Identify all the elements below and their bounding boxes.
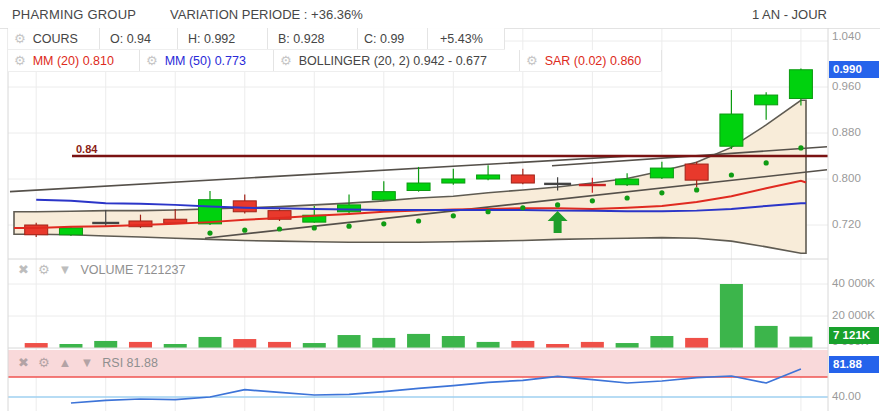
- volume-bar[interactable]: [338, 335, 361, 348]
- candle-body[interactable]: [233, 201, 256, 212]
- sar-dot: [555, 202, 560, 207]
- volume-bar[interactable]: [268, 342, 291, 348]
- gear-icon[interactable]: ⚙: [38, 262, 50, 277]
- current-volume-badge: 7 121K: [829, 327, 879, 344]
- rsi-label: RSI 81.88: [102, 356, 158, 370]
- title-bar: PHARMING GROUP VARIATION PERIODE : +36.3…: [0, 0, 880, 28]
- candle-body[interactable]: [59, 228, 82, 235]
- sar-dot: [416, 218, 421, 223]
- volume-bar[interactable]: [755, 326, 778, 348]
- sar-dot: [590, 198, 595, 203]
- close-icon[interactable]: ✖: [18, 355, 29, 370]
- volume-bar[interactable]: [685, 338, 708, 348]
- sar-dot: [764, 160, 769, 165]
- indicator-row: ⚙ MM (20) 0.810 ⚙ MM (50) 0.773 ⚙ BOLLIN…: [8, 50, 662, 72]
- volume-bar[interactable]: [164, 344, 187, 348]
- price-tick: 0.800: [832, 172, 861, 184]
- gear-icon[interactable]: ⚙: [146, 53, 158, 68]
- volume-bar[interactable]: [199, 337, 222, 348]
- gear-icon[interactable]: ⚙: [280, 53, 292, 68]
- volume-bar[interactable]: [94, 341, 117, 348]
- candle-body[interactable]: [477, 175, 500, 179]
- rsi-header: ✖ ⚙ ▲ ▼ RSI 81.88: [18, 355, 158, 370]
- candle-body[interactable]: [442, 179, 465, 183]
- volume-bar[interactable]: [372, 338, 395, 348]
- candle-body[interactable]: [338, 205, 361, 212]
- volume-bar[interactable]: [407, 334, 430, 348]
- sar-dot: [485, 209, 490, 214]
- rsi-tick: 40.00: [832, 390, 861, 402]
- sar-dot: [798, 145, 803, 150]
- sar-label: SAR (0.02) 0.860: [545, 54, 642, 68]
- current-rsi-badge: 81.88: [829, 356, 879, 373]
- sar-dot: [277, 226, 282, 231]
- volume-bar[interactable]: [650, 336, 673, 348]
- price-tick: 1.040: [832, 30, 861, 42]
- price-tick: 0.880: [832, 126, 861, 138]
- sar-dot: [625, 195, 630, 200]
- sar-dot: [381, 221, 386, 226]
- sar-dot: [207, 230, 212, 235]
- sar-dot: [694, 187, 699, 192]
- volume-bar[interactable]: [511, 341, 534, 348]
- arrow-down-icon[interactable]: ▼: [80, 355, 93, 370]
- volume-bar[interactable]: [546, 344, 569, 348]
- current-price-badge: 0.990: [829, 61, 879, 78]
- trendline: [10, 156, 632, 192]
- arrow-up-icon[interactable]: ▲: [59, 355, 72, 370]
- sar-dot: [242, 228, 247, 233]
- volume-tick: 40 000K: [832, 277, 875, 289]
- volume-bar[interactable]: [59, 344, 82, 348]
- volume-tick: 20 000K: [832, 309, 875, 321]
- sar-dot: [451, 213, 456, 218]
- candle-body[interactable]: [25, 225, 48, 235]
- volume-bar[interactable]: [25, 343, 48, 348]
- candle-body[interactable]: [616, 179, 639, 185]
- bollinger-label: BOLLINGER (20, 2) 0.942 - 0.677: [299, 54, 487, 68]
- gear-icon[interactable]: ⚙: [526, 53, 538, 68]
- sar-dot: [520, 205, 525, 210]
- volume-bar[interactable]: [129, 342, 152, 348]
- sar-dot: [346, 224, 351, 229]
- volume-bar[interactable]: [789, 337, 812, 348]
- trading-chart-widget: PHARMING GROUP VARIATION PERIODE : +36.3…: [0, 0, 880, 411]
- quote-row: ⚙ COURS O: 0.94 H: 0.992 B: 0.928 C: 0.9…: [8, 28, 505, 50]
- low-value: B: 0.928: [278, 32, 325, 46]
- mm50-label: MM (50) 0.773: [165, 54, 246, 68]
- gear-icon[interactable]: ⚙: [14, 31, 26, 46]
- sar-dot: [729, 172, 734, 177]
- candle-body[interactable]: [789, 70, 812, 99]
- sar-dot: [312, 225, 317, 230]
- volume-bar[interactable]: [477, 342, 500, 348]
- candle-body[interactable]: [407, 183, 430, 190]
- price-tick: 0.720: [832, 218, 861, 230]
- period-selector[interactable]: 1 AN - JOUR: [752, 7, 827, 22]
- volume-bar[interactable]: [720, 284, 743, 348]
- candle-body[interactable]: [720, 114, 743, 146]
- arrow-down-icon[interactable]: ▼: [59, 262, 72, 277]
- volume-bar[interactable]: [581, 342, 604, 348]
- instrument-name: PHARMING GROUP: [12, 7, 136, 22]
- period-variation: VARIATION PERIODE : +36.36%: [170, 7, 363, 22]
- candle-body[interactable]: [650, 168, 673, 178]
- high-value: H: 0.992: [188, 32, 235, 46]
- price-tick: 0.960: [832, 80, 861, 92]
- volume-label: VOLUME 7121237: [80, 263, 185, 277]
- volume-bar[interactable]: [233, 339, 256, 348]
- volume-bar[interactable]: [303, 343, 326, 348]
- gear-icon[interactable]: ⚙: [14, 53, 26, 68]
- close-value: C: 0.99: [364, 32, 404, 46]
- gear-icon[interactable]: ⚙: [38, 355, 50, 370]
- volume-bar[interactable]: [616, 343, 639, 348]
- hline-label: 0.84: [76, 143, 97, 155]
- volume-header: ✖ ⚙ ▼ VOLUME 7121237: [18, 262, 185, 277]
- candle-body[interactable]: [511, 175, 534, 183]
- candle-body[interactable]: [372, 192, 395, 200]
- close-icon[interactable]: ✖: [18, 262, 29, 277]
- candle-body[interactable]: [199, 200, 222, 224]
- volume-bar[interactable]: [442, 336, 465, 348]
- candle-body[interactable]: [685, 164, 708, 180]
- open-value: O: 0.94: [110, 32, 151, 46]
- change-percent: +5.43%: [440, 32, 483, 46]
- candle-body[interactable]: [755, 95, 778, 105]
